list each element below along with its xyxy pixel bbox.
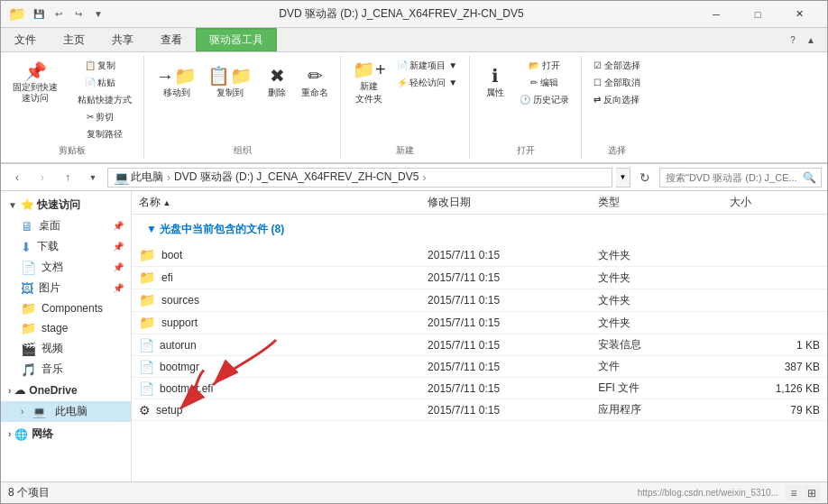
new-item-icon: 📄 新建项目 ▼	[397, 60, 457, 72]
select-all-button[interactable]: ☑ 全部选择	[589, 58, 645, 74]
sidebar-item-music[interactable]: 🎵 音乐	[1, 359, 131, 380]
table-row[interactable]: 📁 boot 2015/7/11 0:15 文件夹	[132, 244, 827, 267]
window-title: DVD 驱动器 (D:) J_CENA_X64FREV_ZH-CN_DV5	[107, 6, 695, 22]
column-size[interactable]: 大小	[722, 191, 827, 215]
onedrive-icon: ☁	[14, 384, 25, 397]
download-icon: ⬇	[21, 240, 32, 254]
address-path-display[interactable]: 💻 此电脑 › DVD 驱动器 (D:) J_CENA_X64FREV_ZH-C…	[107, 168, 612, 188]
music-label: 音乐	[41, 362, 63, 377]
move-to-button[interactable]: →📁 移动到	[152, 58, 201, 108]
ribbon-collapse-button[interactable]: ▲	[802, 31, 820, 49]
folder-icon: 📁	[139, 315, 156, 331]
tab-home[interactable]: 主页	[50, 28, 98, 51]
paste-shortcut-button[interactable]: 粘贴快捷方式	[64, 92, 136, 108]
table-row[interactable]: 📁 support 2015/7/11 0:15 文件夹	[132, 312, 827, 334]
pin-to-quick-access-button[interactable]: 📌 固定到快速速访问	[8, 58, 62, 108]
file-type: 文件夹	[591, 289, 722, 312]
rename-button[interactable]: ✏ 重命名	[297, 58, 333, 108]
history-button[interactable]: 🕐 历史记录	[515, 92, 574, 108]
sidebar-item-videos[interactable]: 🎬 视频	[1, 338, 131, 359]
address-dropdown[interactable]: ▼	[616, 168, 630, 188]
minimize-button[interactable]: ─	[695, 1, 737, 28]
file-size	[722, 312, 827, 334]
file-type: 应用程序	[591, 399, 722, 421]
file-group-header[interactable]: ▼ 光盘中当前包含的文件 (8)	[139, 218, 820, 241]
quick-access-toggle: ▼	[8, 200, 17, 210]
maximize-button[interactable]: □	[737, 1, 778, 28]
file-name: boot	[161, 249, 182, 261]
column-date[interactable]: 修改日期	[420, 191, 591, 215]
file-date: 2015/7/11 0:15	[420, 399, 591, 421]
quick-access-label: ⭐ 快速访问	[21, 197, 80, 213]
sidebar-item-desktop[interactable]: 🖥 桌面 📌	[1, 215, 131, 236]
copy-path-button[interactable]: 复制路径	[64, 126, 136, 142]
edit-button[interactable]: ✏ 编辑	[515, 75, 574, 91]
details-view-button[interactable]: ≡	[786, 485, 802, 501]
table-row[interactable]: 📁 sources 2015/7/11 0:15 文件夹	[132, 289, 827, 312]
redo-button[interactable]: ↪	[69, 5, 87, 23]
close-button[interactable]: ✕	[778, 1, 820, 28]
file-table-header: 名称 修改日期 类型 大小	[132, 191, 827, 215]
network-toggle: ›	[8, 429, 11, 439]
copy-button[interactable]: 📋 复制	[64, 58, 136, 74]
recent-locations-button[interactable]: ▼	[82, 167, 104, 188]
forward-button[interactable]: ›	[32, 167, 53, 188]
save-button[interactable]: 💾	[30, 5, 48, 23]
up-button[interactable]: ↑	[57, 167, 78, 188]
sidebar-header-onedrive[interactable]: › ☁ OneDrive	[1, 381, 131, 399]
sidebar-item-pictures[interactable]: 🖼 图片 📌	[1, 278, 131, 298]
properties-button[interactable]: ℹ 属性	[477, 58, 513, 108]
this-pc-label: 此电脑	[55, 404, 87, 419]
copy-to-button[interactable]: 📋📁 复制到	[203, 58, 257, 108]
delete-label: 删除	[268, 87, 286, 99]
file-name: autorun	[160, 339, 197, 352]
videos-icon: 🎬	[21, 342, 36, 356]
select-buttons: ☑ 全部选择 ☐ 全部取消 ⇄ 反向选择	[589, 58, 645, 108]
sidebar-item-stage[interactable]: 📁 stage	[1, 318, 131, 338]
table-row[interactable]: 📄 autorun 2015/7/11 0:15 安装信息 1 KB	[132, 334, 827, 356]
sidebar-item-downloads[interactable]: ⬇ 下载 📌	[1, 236, 131, 257]
sidebar-item-this-pc[interactable]: › 💻 此电脑	[1, 401, 131, 422]
qa-dropdown[interactable]: ▼	[89, 5, 107, 23]
file-date: 2015/7/11 0:15	[420, 267, 591, 289]
deselect-all-button[interactable]: ☐ 全部取消	[589, 75, 645, 91]
table-row[interactable]: 📄 bootmgr 2015/7/11 0:15 文件 387 KB	[132, 356, 827, 378]
sidebar-item-documents[interactable]: 📄 文档 📌	[1, 257, 131, 278]
sidebar-header-network[interactable]: › 🌐 网络	[1, 424, 131, 444]
sidebar-item-components[interactable]: 📁 Components	[1, 298, 131, 318]
file-name: bootmgr	[160, 361, 199, 373]
title-bar: 📁 💾 ↩ ↪ ▼ DVD 驱动器 (D:) J_CENA_X64FREV_ZH…	[1, 1, 827, 28]
delete-icon: ✖	[270, 67, 285, 85]
watermark-text: https://blog.csdn.net/weixin_5310...	[638, 488, 778, 498]
column-type[interactable]: 类型	[591, 191, 722, 215]
file-name: setup	[156, 404, 182, 417]
tab-drive-tools[interactable]: 驱动器工具	[196, 28, 277, 51]
cut-button[interactable]: ✂ 剪切	[64, 109, 136, 125]
search-input[interactable]	[659, 168, 822, 188]
sidebar-header-quick-access[interactable]: ▼ ⭐ 快速访问	[1, 195, 131, 215]
tab-file[interactable]: 文件	[1, 28, 50, 51]
ribbon-help-button[interactable]: ?	[784, 31, 802, 49]
easy-access-button[interactable]: ⚡ 轻松访问 ▼	[392, 75, 462, 91]
open-button[interactable]: 📂 打开	[515, 58, 574, 74]
table-row[interactable]: 📁 efi 2015/7/11 0:15 文件夹	[132, 267, 827, 289]
table-row[interactable]: 📄 bootmgr.efi 2015/7/11 0:15 EFI 文件 1,12…	[132, 378, 827, 399]
refresh-button[interactable]: ↻	[634, 167, 656, 188]
downloads-pin: 📌	[113, 242, 124, 252]
delete-button[interactable]: ✖ 删除	[259, 58, 295, 108]
back-button[interactable]: ‹	[6, 167, 28, 188]
tab-share[interactable]: 共享	[98, 28, 147, 51]
tab-view[interactable]: 查看	[147, 28, 196, 51]
new-folder-button[interactable]: 📁+ 新建文件夹	[348, 58, 391, 108]
file-size	[722, 289, 827, 312]
invert-selection-button[interactable]: ⇄ 反向选择	[589, 92, 645, 108]
file-date: 2015/7/11 0:15	[420, 289, 591, 312]
paste-button[interactable]: 📄 粘贴	[64, 75, 136, 91]
new-item-button[interactable]: 📄 新建项目 ▼	[392, 58, 462, 74]
videos-label: 视频	[41, 341, 63, 356]
column-name[interactable]: 名称	[132, 191, 420, 215]
stage-icon: 📁	[21, 321, 36, 335]
table-row[interactable]: ⚙ setup 2015/7/11 0:15 应用程序 79 KB	[132, 399, 827, 421]
large-icons-view-button[interactable]: ⊞	[804, 485, 820, 501]
undo-button[interactable]: ↩	[50, 5, 68, 23]
